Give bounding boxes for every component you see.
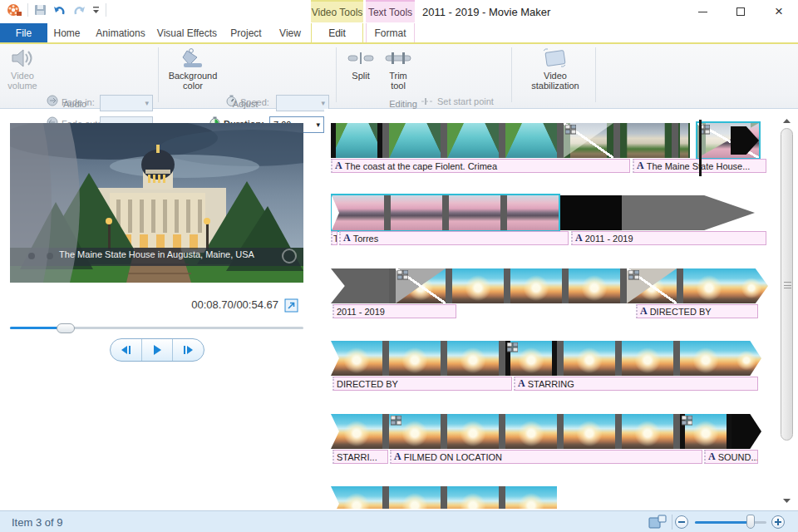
clip-thumbnail[interactable] [331, 268, 389, 303]
selected-transition-clip[interactable] [696, 121, 761, 160]
selected-clip[interactable] [331, 194, 560, 232]
tab-format[interactable]: Format [366, 23, 415, 43]
trim-tool-button[interactable]: Trim tool [381, 47, 416, 91]
text-caption[interactable]: A2011 - 2019 [571, 231, 766, 245]
minimize-button[interactable] [683, 0, 722, 23]
clip-thumbnail[interactable] [505, 486, 557, 509]
scroll-up-button[interactable] [781, 115, 793, 127]
thumbnail-size-button[interactable] [648, 515, 667, 530]
clip-thumbnail[interactable] [331, 414, 382, 449]
minus-icon [678, 521, 685, 523]
scrollbar-grip [784, 282, 791, 288]
tab-view[interactable]: View [273, 23, 308, 43]
transition-cell[interactable] [627, 268, 677, 303]
storyboard-timeline[interactable]: AThe coast at the cape Fiolent. Crimea A… [324, 109, 778, 509]
play-button[interactable] [142, 339, 174, 361]
background-color-button[interactable]: Background color [166, 47, 219, 91]
text-caption[interactable]: DIRECTED BY [332, 377, 512, 391]
clip-thumbnail[interactable] [447, 341, 499, 376]
scrollbar-thumb[interactable] [781, 128, 793, 441]
clip-thumbnail[interactable] [569, 268, 620, 303]
clip-thumbnail[interactable] [622, 414, 673, 449]
previous-frame-icon [121, 346, 127, 354]
clip-thumbnail[interactable] [564, 414, 615, 449]
clip-thumbnail[interactable] [560, 195, 622, 230]
qat-customize-icon[interactable] [92, 5, 100, 15]
close-icon: × [775, 3, 783, 20]
vertical-scrollbar[interactable] [780, 115, 794, 507]
maximize-button[interactable] [722, 0, 760, 23]
preview-monitor[interactable]: The Maine State House in Augusta, Maine,… [10, 123, 303, 283]
clip-thumbnail[interactable] [622, 341, 673, 376]
tab-project[interactable]: Project [219, 23, 273, 43]
text-caption[interactable]: ATorres [339, 231, 569, 245]
clip-thumbnail[interactable] [331, 341, 382, 376]
transport-controls [110, 338, 204, 362]
clip-thumbnail[interactable] [389, 414, 441, 449]
text-caption[interactable]: ASOUND... [704, 450, 758, 464]
tab-home[interactable]: Home [47, 23, 86, 43]
text-caption[interactable]: ADIRECTED BY [636, 304, 758, 318]
split-button[interactable]: Split [344, 47, 377, 81]
clip-thumbnail[interactable] [389, 123, 441, 158]
tab-file[interactable]: File [0, 23, 47, 43]
redo-icon[interactable] [72, 4, 86, 17]
clip-thumbnail[interactable] [447, 123, 499, 158]
video-stabilization-button[interactable]: Video stabilization [522, 47, 589, 91]
clip-strip [331, 268, 768, 303]
clip-thumbnail[interactable] [735, 268, 768, 303]
clip-thumbnail[interactable] [620, 123, 672, 158]
stabilization-icon [541, 47, 569, 69]
clip-thumbnail[interactable] [564, 341, 615, 376]
clip-thumbnail[interactable] [505, 414, 557, 449]
zoom-slider-thumb[interactable] [746, 515, 755, 529]
text-caption[interactable]: ASTARRING [514, 377, 758, 391]
clip-thumbnail[interactable] [505, 123, 557, 158]
video-volume-button[interactable]: Video volume [3, 47, 42, 91]
divider [27, 3, 28, 17]
trim-tool-label: Trim tool [381, 71, 416, 91]
next-frame-button[interactable] [173, 339, 204, 361]
close-button[interactable]: × [760, 0, 798, 23]
undo-icon[interactable] [52, 4, 66, 17]
text-caption[interactable]: T [331, 231, 337, 245]
text-caption[interactable]: AFILMED ON LOCATION [390, 450, 702, 464]
zoom-out-button[interactable] [675, 515, 688, 529]
ribbon: Video volume Fade in: ▾ Fade out: ▾ Audi… [0, 44, 798, 109]
transition-cell[interactable] [396, 268, 446, 303]
text-caption[interactable]: AThe coast at the cape Fiolent. Crimea [331, 159, 630, 173]
tab-animations[interactable]: Animations [86, 23, 155, 43]
scroll-down-button[interactable] [781, 495, 793, 507]
seek-bar[interactable] [10, 323, 303, 333]
split-icon [347, 47, 375, 69]
playhead[interactable] [699, 120, 702, 176]
text-caption[interactable]: 2011 - 2019 [332, 304, 456, 318]
clip-thumbnail[interactable] [447, 414, 499, 449]
clip-thumbnail[interactable] [678, 123, 690, 158]
clip-thumbnail[interactable] [732, 414, 761, 449]
clip-thumbnail[interactable] [505, 341, 557, 376]
clip-thumbnail[interactable] [732, 341, 761, 376]
clip-thumbnail[interactable] [510, 268, 562, 303]
clip-thumbnail[interactable] [452, 268, 504, 303]
zoom-in-button[interactable] [771, 515, 785, 529]
tab-edit[interactable]: Edit [311, 23, 363, 43]
clip-thumbnail[interactable] [680, 341, 732, 376]
minimize-icon [698, 12, 707, 12]
clip-thumbnail[interactable] [331, 123, 382, 158]
fullscreen-button[interactable] [284, 298, 298, 313]
text-caption[interactable]: STARRI... [332, 450, 388, 464]
tab-visual-effects[interactable]: Visual Effects [155, 23, 219, 43]
timeline-row: STARRI... AFILMED ON LOCATION ASOUND... [331, 414, 768, 467]
clip-thumbnail[interactable] [331, 486, 382, 509]
clip-thumbnail[interactable] [622, 195, 755, 230]
transition-cell[interactable] [564, 123, 613, 158]
clip-thumbnail[interactable] [683, 268, 735, 303]
clip-thumbnail[interactable] [680, 414, 732, 449]
clip-thumbnail[interactable] [447, 486, 499, 509]
previous-frame-button[interactable] [111, 339, 142, 361]
seek-thumb[interactable] [57, 323, 75, 333]
clip-thumbnail[interactable] [389, 486, 441, 509]
save-icon[interactable] [34, 4, 47, 16]
clip-thumbnail[interactable] [389, 341, 441, 376]
